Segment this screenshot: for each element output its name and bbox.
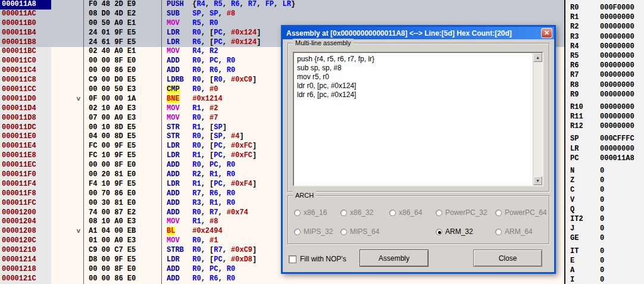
register-value[interactable]: 0 <box>600 214 604 224</box>
assembly-button[interactable]: Assembly <box>359 249 429 267</box>
register-name: R9 <box>570 90 600 99</box>
textarea-scrollbar[interactable]: ▲ ▼ <box>533 53 542 185</box>
checkbox-box-icon[interactable] <box>289 255 296 263</box>
radio-arm-32[interactable]: ARM_32 <box>436 227 495 236</box>
register-value[interactable]: 000F0000 <box>600 3 634 13</box>
register-row[interactable]: C0 <box>565 185 644 195</box>
register-row[interactable]: SP000CFFFC <box>565 134 644 143</box>
radio-icon <box>340 229 347 235</box>
radio-icon <box>436 210 442 216</box>
register-row[interactable]: R500000000 <box>565 51 644 61</box>
register-value[interactable]: 0 <box>600 195 604 205</box>
dialog-close-button[interactable]: ✕ <box>541 28 552 38</box>
register-name: IT <box>570 246 600 256</box>
register-value[interactable]: 0 <box>600 224 604 233</box>
register-row[interactable]: I0 <box>565 275 644 284</box>
arrow-gutter <box>51 0 84 10</box>
register-row[interactable]: R400000000 <box>565 42 644 51</box>
register-row[interactable]: R900000000 <box>565 90 644 99</box>
register-row[interactable]: V0 <box>565 195 644 205</box>
register-value[interactable]: 00000000 <box>600 102 634 112</box>
register-value[interactable]: 0 <box>600 166 604 176</box>
register-name: SP <box>570 134 600 143</box>
register-value[interactable]: 000CFFFC <box>600 134 634 143</box>
bytes-cell: 24 61 9F E5 <box>84 38 162 48</box>
disasm-row[interactable]: 000011A8F0 48 2D E9PUSH {R4, R5, R6, R7,… <box>0 0 564 10</box>
bytes-cell: A1 04 00 EB <box>84 227 162 236</box>
register-value[interactable]: 00000000 <box>600 61 634 70</box>
register-value[interactable]: 00000000 <box>600 70 634 80</box>
register-name: R5 <box>570 51 600 61</box>
register-row[interactable]: IT20 <box>565 214 644 224</box>
register-row[interactable]: R800000000 <box>565 80 644 90</box>
register-value[interactable]: 0 <box>600 266 604 275</box>
scroll-up-icon[interactable]: ▲ <box>533 53 542 62</box>
address-cell: 00001208 <box>0 227 51 236</box>
register-value[interactable]: 00000000 <box>600 22 634 32</box>
fill-nops-checkbox[interactable]: Fill with NOP's <box>289 255 346 263</box>
radio-x86-64: x86_64 <box>389 208 436 217</box>
register-value[interactable]: 0 <box>600 185 604 195</box>
radio-icon[interactable] <box>436 229 442 235</box>
register-value[interactable]: 0 <box>600 233 604 243</box>
register-value[interactable]: 0 <box>600 275 604 284</box>
register-value[interactable]: 00000000 <box>600 112 634 121</box>
register-value[interactable]: 00000000 <box>600 121 634 131</box>
register-row[interactable]: R600000000 <box>565 61 644 70</box>
register-row[interactable]: GE0 <box>565 233 644 243</box>
register-row[interactable]: A0 <box>565 266 644 275</box>
register-row[interactable]: R100000000 <box>565 13 644 22</box>
register-row[interactable]: Q0 <box>565 205 644 214</box>
register-row[interactable]: R0000F0000 <box>565 3 644 13</box>
register-value[interactable]: 0 <box>600 176 604 185</box>
scroll-down-icon[interactable]: ▼ <box>533 176 542 185</box>
register-value[interactable]: 00000000 <box>600 80 634 90</box>
disasm-row[interactable]: 0000121C00 00 86 E0ADD R0, R6, R0 <box>0 274 564 284</box>
register-value[interactable]: 00000000 <box>600 42 634 51</box>
bytes-cell: 04 00 8D E5 <box>84 132 162 142</box>
register-value[interactable]: 00000000 <box>600 90 634 99</box>
register-value[interactable]: 0 <box>600 256 604 266</box>
register-name: R10 <box>570 102 600 112</box>
register-value[interactable]: 000011A8 <box>600 154 634 163</box>
instruction-cell: SUB SP, SP, #8 <box>162 10 564 19</box>
bytes-cell: 00 50 A0 E1 <box>84 19 162 29</box>
register-row[interactable]: R700000000 <box>565 70 644 80</box>
register-row[interactable]: R1100000000 <box>565 112 644 121</box>
register-row[interactable]: PC000011A8 <box>565 154 644 163</box>
assembly-textarea-text: push {r4, r5, r6, r7, fp, lr} sub sp, sp… <box>294 53 532 185</box>
register-value[interactable]: 00000000 <box>600 13 634 22</box>
address-cell: 000011F8 <box>0 189 51 199</box>
address-cell: 00001200 <box>0 208 51 218</box>
register-value[interactable]: 00000000 <box>600 32 634 42</box>
register-row[interactable]: E0 <box>565 256 644 266</box>
register-value[interactable]: 00000000 <box>600 144 634 154</box>
register-row[interactable]: R1000000000 <box>565 102 644 112</box>
radio-label: MIPS_32 <box>304 227 333 236</box>
register-value[interactable]: 0 <box>600 246 604 256</box>
bytes-cell: 00 00 86 E0 <box>84 274 162 284</box>
arrow-gutter <box>51 38 84 48</box>
bytes-cell: 07 00 A0 E3 <box>84 114 162 123</box>
register-row[interactable]: R200000000 <box>565 22 644 32</box>
register-row[interactable]: N0 <box>565 166 644 176</box>
disasm-row[interactable]: 000011AC08 D0 4D E2SUB SP, SP, #8 <box>0 10 564 19</box>
assembly-textarea[interactable]: push {r4, r5, r6, r7, fp, lr} sub sp, sp… <box>293 52 543 186</box>
arrow-gutter <box>51 189 84 199</box>
register-value[interactable]: 0 <box>600 205 604 214</box>
register-value[interactable]: 00000000 <box>600 51 634 61</box>
address-cell: 000011C4 <box>0 66 51 76</box>
register-row[interactable]: R1200000000 <box>565 121 644 131</box>
register-row[interactable]: LR00000000 <box>565 144 644 154</box>
dialog-titlebar[interactable]: Assembly at [0x00000000000011A8] <--> Li… <box>283 27 554 39</box>
radio-icon <box>389 210 396 216</box>
register-row[interactable]: Z0 <box>565 176 644 185</box>
address-cell: 0000121C <box>0 274 51 284</box>
address-cell: 00001218 <box>0 265 51 274</box>
arrow-gutter <box>51 104 84 114</box>
register-row[interactable]: IT0 <box>565 246 644 256</box>
arrow-gutter <box>51 246 84 255</box>
close-button[interactable]: Close <box>473 249 542 267</box>
register-row[interactable]: R300000000 <box>565 32 644 42</box>
register-row[interactable]: J0 <box>565 224 644 233</box>
